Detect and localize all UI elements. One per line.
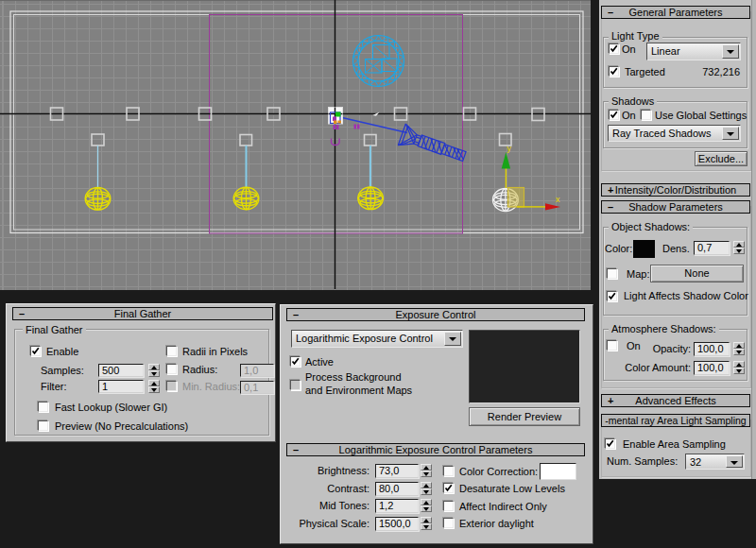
svg-text:y: y (507, 144, 512, 153)
svg-text:x: x (556, 195, 560, 204)
